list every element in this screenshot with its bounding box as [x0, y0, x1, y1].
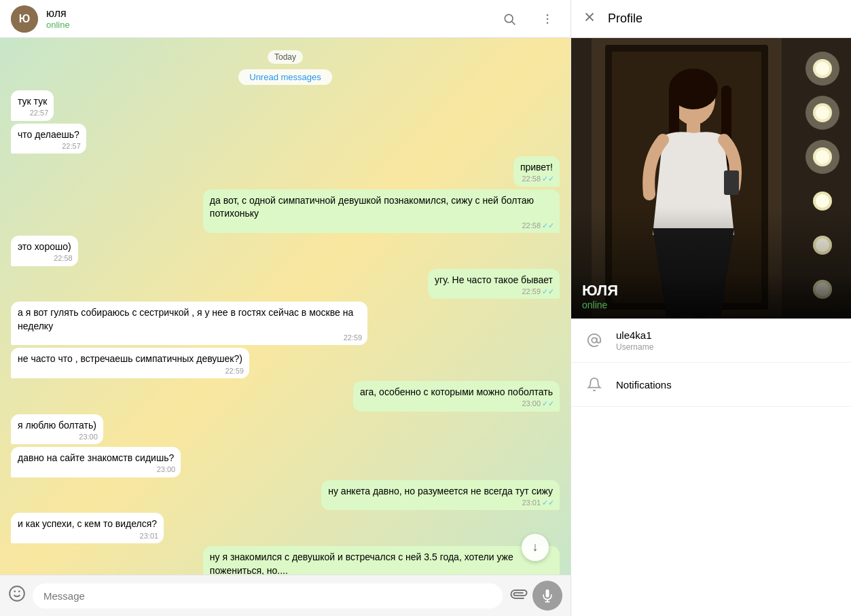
chat-contact-status: online: [46, 20, 497, 30]
table-row: привет! 22:58 ✓✓: [11, 156, 560, 187]
chat-messages[interactable]: Today Unread messages тук тук 22:57 что …: [0, 38, 571, 575]
table-row: и как успехи, с кем то виделся? 23:01: [11, 513, 560, 543]
message-bubble: и как успехи, с кем то виделся? 23:01: [11, 513, 164, 543]
message-time: 23:00: [79, 432, 98, 442]
table-row: да вот, с одной симпатичной девушкой поз…: [11, 189, 560, 233]
avatar[interactable]: Ю: [11, 5, 38, 33]
profile-notifications-label: Notifications: [616, 379, 841, 391]
message-time: 22:59: [344, 333, 363, 343]
message-time: 22:58 ✓✓: [522, 221, 554, 231]
message-bubble: ага, особенно с которыми можно поболтать…: [353, 381, 560, 412]
search-button[interactable]: [497, 7, 522, 31]
scroll-down-button[interactable]: ↓: [522, 534, 549, 561]
chat-input-area: [0, 575, 571, 616]
profile-username-label: Username: [616, 342, 841, 352]
message-time: 23:00 ✓✓: [522, 399, 554, 409]
table-row: ага, особенно с которыми можно поболтать…: [11, 381, 560, 412]
svg-point-0: [505, 14, 513, 22]
avatar-initials: Ю: [11, 5, 38, 33]
table-row: я люблю болтать) 23:00: [11, 414, 560, 445]
chat-header-icons: [497, 7, 560, 31]
profile-title: Profile: [608, 12, 642, 26]
message-time: 22:57: [62, 141, 81, 151]
table-row: ну я знакомился с девушкой и встречался …: [11, 546, 560, 575]
table-row: что делаешь? 22:57: [11, 124, 560, 154]
profile-username-content: ule4ka1 Username: [616, 329, 841, 352]
message-time: 23:01 ✓✓: [522, 498, 554, 508]
profile-panel: Profile: [571, 0, 851, 616]
date-separator: Today: [11, 50, 560, 64]
attach-button[interactable]: [505, 583, 530, 609]
chat-header: Ю юля online: [0, 0, 571, 38]
message-bubble: да вот, с одной симпатичной девушкой поз…: [203, 189, 560, 233]
table-row: угу. Не часто такое бывает 22:59 ✓✓: [11, 269, 560, 300]
profile-photo: ЮЛЯ online: [571, 38, 851, 319]
emoji-button[interactable]: [8, 585, 26, 606]
profile-photo-overlay: ЮЛЯ online: [571, 274, 851, 319]
message-bubble: ну я знакомился с девушкой и встречался …: [203, 546, 560, 575]
message-bubble: это хорошо) 22:58: [11, 236, 78, 266]
message-bubble: привет! 22:58 ✓✓: [513, 156, 560, 187]
table-row: давно на сайте знакомств сидишь? 23:00: [11, 447, 560, 477]
more-options-button[interactable]: [535, 7, 560, 31]
svg-point-5: [10, 586, 24, 601]
message-bubble: я люблю болтать) 23:00: [11, 414, 103, 445]
profile-close-button[interactable]: [582, 10, 597, 29]
profile-username-row: ule4ka1 Username: [571, 319, 851, 363]
svg-point-2: [547, 14, 549, 16]
message-bubble: а я вот гулять собираюсь с сестричкой , …: [11, 302, 367, 345]
message-time: 22:59: [225, 366, 244, 376]
table-row: ну анкета давно, но разумеется не всегда…: [11, 480, 560, 511]
app-container: Ю юля online: [0, 0, 851, 616]
message-bubble: что делаешь? 22:57: [11, 124, 86, 154]
message-input[interactable]: [33, 583, 503, 609]
message-bubble: не часто что , встречаешь симпатичных де…: [11, 348, 249, 378]
svg-point-3: [547, 18, 549, 20]
date-badge: Today: [268, 50, 303, 64]
unread-badge: Unread messages: [238, 69, 332, 85]
profile-info: ule4ka1 Username Notifications: [571, 319, 851, 407]
message-bubble: угу. Не часто такое бывает 22:59 ✓✓: [428, 269, 560, 300]
message-time: 22:59 ✓✓: [522, 287, 554, 297]
chat-header-info: юля online: [46, 7, 497, 30]
svg-point-4: [547, 22, 549, 24]
message-bubble: ну анкета давно, но разумеется не всегда…: [321, 480, 560, 511]
profile-overlay-status: online: [582, 300, 841, 310]
profile-username-value: ule4ka1: [616, 329, 841, 341]
bell-icon: [582, 372, 606, 397]
mic-button[interactable]: [532, 581, 562, 611]
message-time: 23:01: [140, 531, 159, 541]
profile-notifications-row: Notifications: [571, 363, 851, 407]
message-time: 23:00: [157, 465, 176, 475]
chat-contact-name: юля: [46, 7, 497, 20]
table-row: тук тук 22:57: [11, 90, 560, 121]
message-bubble: давно на сайте знакомств сидишь? 23:00: [11, 447, 181, 477]
profile-header: Profile: [571, 0, 851, 38]
table-row: это хорошо) 22:58: [11, 236, 560, 266]
message-time: 22:58: [54, 253, 73, 264]
message-time: 22:57: [30, 108, 49, 118]
svg-line-1: [512, 21, 515, 24]
table-row: а я вот гулять собираюсь с сестричкой , …: [11, 302, 560, 345]
message-bubble: тук тук 22:57: [11, 90, 54, 121]
at-icon: [582, 328, 606, 352]
chat-panel: Ю юля online: [0, 0, 571, 616]
profile-notifications-content: Notifications: [616, 379, 841, 391]
unread-separator: Unread messages: [11, 69, 560, 85]
profile-overlay-name: ЮЛЯ: [582, 282, 841, 300]
table-row: не часто что , встречаешь симпатичных де…: [11, 348, 560, 378]
message-time: 22:58 ✓✓: [522, 174, 554, 184]
svg-point-41: [592, 338, 596, 342]
